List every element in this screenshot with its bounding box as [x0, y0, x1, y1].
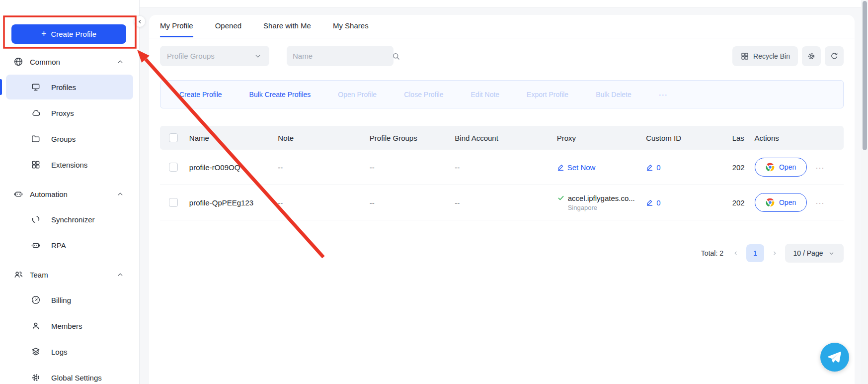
- action-bulk-delete: Bulk Delete: [596, 91, 631, 98]
- open-button-label: Open: [779, 198, 796, 206]
- robot-icon: [13, 189, 23, 199]
- plus-icon: +: [41, 29, 47, 38]
- sidebar-item-billing[interactable]: Billing: [6, 288, 133, 312]
- action-create-profile[interactable]: Create Profile: [179, 91, 222, 98]
- page-size-value: 10 / Page: [793, 249, 823, 257]
- proxy-location: Singapore: [568, 204, 640, 211]
- scrollbar-thumb[interactable]: [863, 1, 867, 150]
- row-more-button[interactable]: ···: [816, 163, 825, 172]
- sidebar-item-members[interactable]: Members: [6, 313, 133, 338]
- chevron-up-icon[interactable]: [116, 270, 125, 279]
- person-icon: [31, 321, 41, 331]
- telegram-button[interactable]: [820, 343, 849, 372]
- nav-group-header-team[interactable]: Team: [0, 268, 139, 282]
- custom-id-edit[interactable]: 0: [646, 198, 726, 207]
- recycle-bin-button[interactable]: Recycle Bin: [732, 46, 798, 66]
- next-page-button[interactable]: [771, 250, 778, 257]
- custom-id-value: 0: [656, 198, 660, 207]
- nav-group-automation: Automation Synchronizer RPA: [0, 187, 139, 258]
- tab-opened[interactable]: Opened: [215, 21, 241, 37]
- layers-icon: [31, 347, 41, 357]
- cell-note: --: [272, 163, 363, 172]
- create-profile-button[interactable]: + Create Profile: [11, 24, 126, 44]
- search-icon[interactable]: [392, 52, 400, 61]
- chevron-up-icon[interactable]: [116, 190, 125, 198]
- app-root: + Create Profile Common Profiles Proxys: [0, 0, 868, 384]
- chevron-up-icon[interactable]: [116, 57, 125, 66]
- row-checkbox[interactable]: [169, 163, 178, 172]
- grid-icon: [31, 160, 41, 170]
- sidebar-item-proxys[interactable]: Proxys: [6, 100, 133, 125]
- sidebar-item-label: Logs: [51, 348, 68, 356]
- action-bulk-create-profiles[interactable]: Bulk Create Profiles: [249, 91, 311, 98]
- proxy-set-now-link[interactable]: Set Now: [557, 163, 640, 172]
- nav-group-common: Common Profiles Proxys Groups: [0, 55, 139, 177]
- table-header-row: Name Note Profile Groups Bind Account Pr…: [160, 126, 844, 150]
- previous-page-button[interactable]: [732, 250, 739, 257]
- sidebar-item-rpa[interactable]: RPA: [6, 233, 133, 258]
- grid-icon: [740, 52, 749, 61]
- profile-groups-placeholder: Profile Groups: [167, 52, 253, 60]
- cell-last-opened: 202: [726, 163, 749, 172]
- open-profile-button[interactable]: Open: [755, 158, 807, 177]
- gauge-icon: [31, 295, 41, 305]
- refresh-button[interactable]: [825, 46, 844, 66]
- custom-id-edit[interactable]: 0: [646, 163, 726, 172]
- page-number-button[interactable]: 1: [746, 244, 764, 262]
- cell-profile-groups: --: [364, 163, 449, 172]
- open-profile-button[interactable]: Open: [755, 193, 807, 212]
- pagination: Total: 2 1 10 / Page: [701, 244, 844, 263]
- nav-group-header-automation[interactable]: Automation: [0, 187, 139, 201]
- settings-button[interactable]: [802, 46, 821, 66]
- sidebar-item-synchronizer[interactable]: Synchronizer: [6, 207, 133, 232]
- sidebar-item-label: Global Settings: [51, 374, 102, 382]
- proxy-cell: accel.ipflygates.co... Singapore: [557, 194, 640, 211]
- name-search-input[interactable]: [293, 52, 392, 60]
- sidebar: + Create Profile Common Profiles Proxys: [0, 0, 140, 384]
- tab-share-with-me[interactable]: Share with Me: [263, 21, 311, 37]
- select-all-checkbox[interactable]: [169, 133, 178, 142]
- nav-group-label: Automation: [30, 190, 116, 198]
- row-checkbox[interactable]: [169, 198, 178, 207]
- sidebar-item-profiles[interactable]: Profiles: [6, 75, 133, 99]
- sync-icon: [31, 214, 41, 224]
- row-more-button[interactable]: ···: [816, 198, 825, 207]
- action-open-profile: Open Profile: [338, 91, 377, 98]
- sidebar-item-logs[interactable]: Logs: [6, 339, 133, 364]
- toolbar-right: Recycle Bin: [732, 46, 844, 66]
- refresh-icon: [830, 52, 839, 61]
- sidebar-item-global-settings[interactable]: Global Settings: [6, 365, 133, 384]
- edit-icon: [557, 164, 564, 171]
- column-header-name: Name: [183, 134, 272, 142]
- sidebar-item-label: Profiles: [51, 83, 76, 92]
- table-row: profile-QpPEEg123 -- -- -- accel.ipflyga…: [160, 185, 844, 220]
- proxy-set-now-label: Set Now: [567, 163, 596, 172]
- profile-groups-select[interactable]: Profile Groups: [160, 46, 269, 66]
- page-size-select[interactable]: 10 / Page: [785, 244, 844, 263]
- tab-my-profile[interactable]: My Profile: [160, 21, 193, 37]
- cell-profile-groups: --: [364, 198, 449, 207]
- action-export-profile: Export Profile: [527, 91, 568, 98]
- sidebar-item-extensions[interactable]: Extensions: [6, 152, 133, 177]
- column-header-last-opened: Las: [726, 134, 749, 142]
- tab-my-shares[interactable]: My Shares: [333, 21, 369, 37]
- custom-id-value: 0: [656, 163, 660, 172]
- folder-icon: [31, 134, 41, 144]
- recycle-bin-label: Recycle Bin: [753, 52, 790, 60]
- cell-last-opened: 202: [726, 198, 749, 207]
- sidebar-item-label: Extensions: [51, 161, 87, 169]
- action-more-button[interactable]: ···: [659, 90, 668, 98]
- nav-group-label: Team: [30, 271, 116, 279]
- sidebar-collapse-button[interactable]: [134, 15, 146, 27]
- name-search: [287, 46, 394, 66]
- action-edit-note: Edit Note: [471, 91, 500, 98]
- chevron-down-icon: [253, 52, 262, 61]
- nav-group-header-common[interactable]: Common: [0, 55, 139, 69]
- scrollbar[interactable]: [861, 0, 868, 384]
- sidebar-item-groups[interactable]: Groups: [6, 126, 133, 151]
- column-header-custom-id: Custom ID: [640, 134, 726, 142]
- tabs-divider: [149, 38, 855, 38]
- sidebar-item-label: Proxys: [51, 109, 74, 117]
- tab-bar: My Profile Opened Share with Me My Share…: [160, 21, 369, 37]
- chrome-icon: [765, 197, 775, 207]
